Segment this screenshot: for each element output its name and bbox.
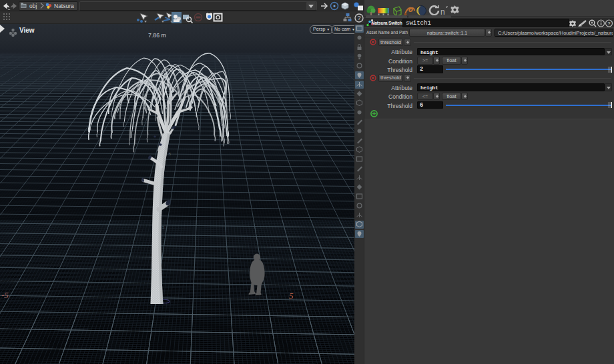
svg-text:.5: .5 [168, 152, 172, 156]
svg-text:?: ? [607, 20, 611, 26]
svg-text:5: 5 [289, 291, 294, 301]
svg-text:?: ? [357, 15, 360, 21]
svg-text:5,: 5, [162, 225, 166, 229]
svg-text:-5: -5 [1, 290, 9, 300]
